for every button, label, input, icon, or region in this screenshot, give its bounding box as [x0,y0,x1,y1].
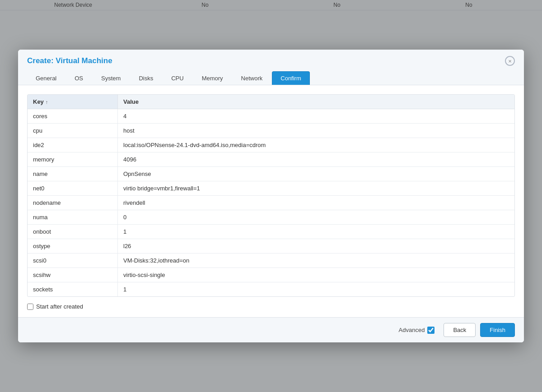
table-row: ide2local:iso/OPNsense-24.1-dvd-amd64.is… [28,138,514,152]
table-cell-key: net0 [28,181,118,195]
finish-button[interactable]: Finish [480,323,515,337]
dialog-header: Create: Virtual Machine × GeneralOSSyste… [18,50,524,85]
tab-disks[interactable]: Disks [130,71,162,85]
create-vm-dialog: Create: Virtual Machine × GeneralOSSyste… [18,50,524,342]
table-row: cores4 [28,109,514,124]
table-cell-key: scsihw [28,268,118,282]
table-cell-value: rivendell [118,196,514,210]
table-row: nodenamerivendell [28,196,514,210]
tab-general[interactable]: General [27,71,65,85]
table-cell-key: ide2 [28,138,118,152]
table-cell-value: virtio bridge=vmbr1,firewall=1 [118,181,514,195]
table-cell-value: 4096 [118,152,514,166]
dialog-title: Create: Virtual Machine [27,56,112,65]
table-cell-key: numa [28,210,118,224]
advanced-label: Advanced [399,327,425,333]
sort-arrow-icon[interactable]: ↑ [46,99,48,105]
table-cell-value: host [118,124,514,138]
close-button[interactable]: × [505,56,515,66]
table-body: cores4cpuhostide2local:iso/OPNsense-24.1… [28,109,514,296]
table-row: scsihwvirtio-scsi-single [28,268,514,282]
start-after-created-checkbox[interactable] [27,304,33,310]
col-key-header: Key ↑ [28,95,118,109]
table-cell-value: VM-Disks:32,iothread=on [118,254,514,267]
table-cell-value: 0 [118,210,514,224]
table-cell-value: l26 [118,239,514,253]
start-after-created-row: Start after created [27,301,515,312]
table-header: Key ↑ Value [28,95,514,109]
table-cell-key: cpu [28,124,118,138]
confirm-table: Key ↑ Value cores4cpuhostide2local:iso/O… [27,94,515,297]
table-cell-key: name [28,167,118,181]
tab-cpu[interactable]: CPU [163,71,192,85]
table-cell-value: virtio-scsi-single [118,268,514,282]
tab-bar: GeneralOSSystemDisksCPUMemoryNetworkConf… [27,71,515,85]
table-cell-key: scsi0 [28,254,118,267]
tab-os[interactable]: OS [66,71,92,85]
table-row: net0virtio bridge=vmbr1,firewall=1 [28,181,514,196]
table-cell-key: onboot [28,225,118,239]
back-button[interactable]: Back [444,323,476,337]
table-cell-key: ostype [28,239,118,253]
table-cell-value: 1 [118,282,514,296]
table-cell-key: nodename [28,196,118,210]
table-cell-value: 4 [118,109,514,123]
table-row: numa0 [28,210,514,225]
advanced-row: Advanced [399,327,435,334]
table-row: memory4096 [28,152,514,167]
table-row: nameOpnSense [28,167,514,181]
tab-system[interactable]: System [93,71,129,85]
tab-memory[interactable]: Memory [193,71,232,85]
table-row: cpuhost [28,124,514,138]
table-row: ostypel26 [28,239,514,254]
dialog-footer: Advanced Back Finish [18,317,524,342]
col-value-header: Value [118,95,514,109]
table-cell-key: cores [28,109,118,123]
table-cell-key: memory [28,152,118,166]
dialog-body: Key ↑ Value cores4cpuhostide2local:iso/O… [18,85,524,317]
tab-network[interactable]: Network [233,71,271,85]
table-row: onboot1 [28,225,514,239]
table-cell-value: 1 [118,225,514,239]
table-row: sockets1 [28,282,514,296]
table-row: scsi0VM-Disks:32,iothread=on [28,254,514,268]
table-cell-value: OpnSense [118,167,514,181]
start-after-created-label: Start after created [36,303,83,310]
tab-confirm[interactable]: Confirm [272,71,310,85]
table-cell-value: local:iso/OPNsense-24.1-dvd-amd64.iso,me… [118,138,514,152]
table-cell-key: sockets [28,282,118,296]
advanced-checkbox[interactable] [427,327,435,334]
